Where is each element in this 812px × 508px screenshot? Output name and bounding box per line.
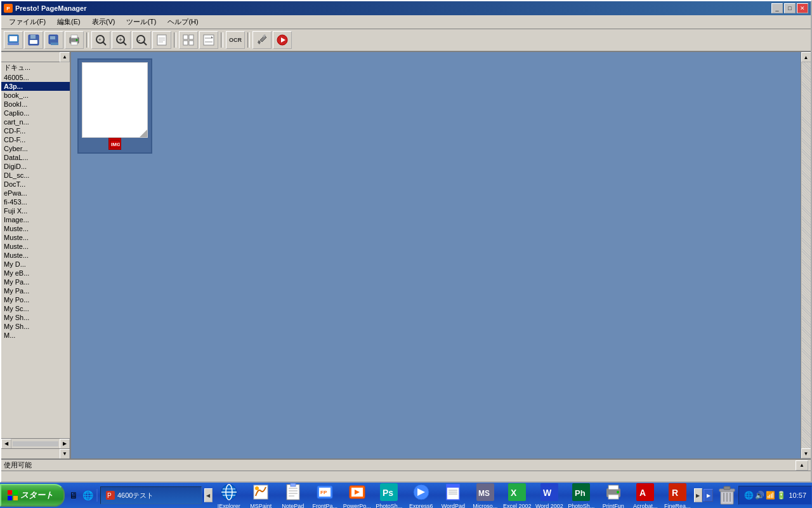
ocr-button[interactable]: OCR — [226, 31, 245, 49]
maximize-button[interactable]: □ — [784, 3, 796, 13]
taskbar-app-excel2002[interactable]: X Excel 2002 — [502, 482, 533, 509]
sidebar-item-cdf2[interactable]: CD-F... — [1, 135, 70, 144]
scan-button[interactable] — [4, 31, 23, 49]
sidebar-item-doct[interactable]: DocT... — [1, 180, 70, 189]
sidebar-item-mypa1[interactable]: My Pa... — [1, 277, 70, 286]
view-page-button[interactable] — [152, 31, 171, 49]
app-label-wordpad: WordPad — [442, 503, 465, 509]
svg-rect-83 — [608, 495, 619, 499]
window-controls: _ □ ✕ — [771, 3, 808, 13]
sidebar-item-muste3[interactable]: Muste... — [1, 242, 70, 251]
svg-rect-5 — [30, 40, 37, 44]
svg-rect-2 — [8, 43, 19, 45]
sidebar-item-46005[interactable]: 46005... — [1, 73, 70, 82]
taskbar-scroll-left[interactable]: ◀ — [204, 488, 213, 502]
sidebar-scroll-up[interactable]: ▲ — [60, 52, 70, 62]
recycle-bin[interactable] — [716, 484, 738, 507]
page-thumbnail[interactable]: IMG — [77, 58, 152, 154]
taskbar-app-microso[interactable]: MS Microso... — [470, 482, 501, 509]
sidebar-item-mypa2[interactable]: My Pa... — [1, 286, 70, 295]
ql-network-icon[interactable]: 🌐 — [81, 489, 94, 502]
sidebar-item-myd[interactable]: My D... — [1, 260, 70, 269]
svg-text:W: W — [543, 488, 552, 498]
sidebar-item-cdf1[interactable]: CD-F... — [1, 126, 70, 135]
sidebar-item-mypo[interactable]: My Po... — [1, 295, 70, 304]
taskbar-pagemanager[interactable]: P 4600テスト — [100, 486, 202, 504]
svg-text:X: X — [511, 488, 517, 498]
status-scroll-button[interactable]: ▲ — [796, 460, 808, 471]
menu-file[interactable]: ファイル(F) — [4, 16, 51, 28]
tools-button[interactable] — [252, 31, 272, 49]
taskbar-app-mspaint[interactable]: MSPaint — [246, 482, 277, 509]
sidebar-item-dlsc[interactable]: DL_sc... — [1, 171, 70, 180]
app-launch-button[interactable] — [273, 31, 292, 49]
taskbar-scroll-right[interactable]: ▶ — [694, 488, 702, 502]
sidebar-item-epwa[interactable]: ePwa... — [1, 189, 70, 197]
scroll-up-button[interactable]: ▲ — [801, 52, 811, 62]
sidebar-scroll-left[interactable]: ◀ — [1, 439, 11, 449]
taskbar-app-iexplorer[interactable]: IExplorer — [214, 482, 245, 509]
grid-view-button[interactable] — [179, 31, 198, 49]
sidebar-item-book[interactable]: book_... — [1, 91, 70, 100]
svg-rect-27 — [189, 35, 193, 39]
taskbar-app-acrobat[interactable]: A Acrobat... — [630, 482, 661, 509]
taskbar-apps-area: P 4600テスト ◀ IExplorer MSPaint NotePad — [98, 482, 716, 509]
sidebar-item-doc[interactable]: ドキュ... — [1, 62, 70, 73]
svg-rect-30 — [204, 35, 214, 45]
menu-tools[interactable]: ツール(T) — [121, 16, 161, 28]
close-button[interactable]: ✕ — [797, 3, 808, 13]
taskbar-app-word2002[interactable]: W Word 2002 — [534, 482, 565, 509]
sidebar-item-caplio[interactable]: Caplio... — [1, 109, 70, 117]
taskbar-app-notepad[interactable]: NotePad — [278, 482, 309, 509]
sidebar-item-mysh2[interactable]: My Sh... — [1, 322, 70, 331]
sidebar-item-muste2[interactable]: Muste... — [1, 233, 70, 242]
sidebar-item-digid[interactable]: DigiD... — [1, 162, 70, 171]
sidebar-item-mysh1[interactable]: My Sh... — [1, 313, 70, 322]
taskbar-app-finerea[interactable]: R FineRea... — [662, 482, 693, 509]
taskbar-app-express6[interactable]: Express6 — [406, 482, 437, 509]
zoom-fit-button[interactable]: + — [91, 31, 110, 49]
save2-button[interactable] — [44, 31, 63, 49]
print-button[interactable] — [65, 31, 84, 49]
svg-text:MS: MS — [478, 489, 490, 498]
sidebar-item-datal[interactable]: DataL... — [1, 153, 70, 162]
zoom-in-button[interactable]: + — [112, 31, 131, 49]
menu-help[interactable]: ヘルプ(H) — [162, 16, 203, 28]
taskbar-app-printfun[interactable]: PrintFun — [598, 482, 629, 509]
sidebar-scroll-down[interactable]: ▼ — [60, 449, 70, 459]
save-button[interactable] — [24, 31, 43, 49]
sidebar-item-cyber[interactable]: Cyber... — [1, 144, 70, 153]
sidebar-item-myeb[interactable]: My eB... — [1, 269, 70, 277]
taskbar-expand-button[interactable]: ▶ — [704, 489, 714, 502]
zoom-out-button[interactable]: - — [132, 31, 151, 49]
sidebar-item-image[interactable]: Image... — [1, 215, 70, 224]
taskbar-app-photosh1[interactable]: Ps PhotoSh... — [374, 482, 405, 509]
sidebar-item-a3p[interactable]: A3p... — [1, 82, 70, 91]
sidebar-item-fujix[interactable]: Fuji X... — [1, 206, 70, 215]
sidebar-item-m[interactable]: M... — [1, 331, 70, 340]
sidebar-scroll-right[interactable]: ▶ — [60, 439, 70, 449]
app-label-photosh2: PhotoSh... — [568, 503, 594, 509]
taskbar-app-photosh2[interactable]: Ph PhotoSh... — [566, 482, 597, 509]
svg-point-84 — [617, 491, 619, 493]
menu-edit[interactable]: 編集(E) — [52, 16, 86, 28]
start-button[interactable]: スタート — [0, 484, 65, 507]
taskbar-app-powerpo[interactable]: PowerPo... — [342, 482, 373, 509]
sidebar-item-fi453[interactable]: fi-453... — [1, 197, 70, 206]
ql-desktop-icon[interactable]: 🖥 — [67, 489, 80, 502]
svg-rect-26 — [183, 35, 188, 39]
system-clock: 10:57 — [789, 491, 806, 499]
scroll-down-button[interactable]: ▼ — [801, 448, 811, 458]
sidebar-item-mysc[interactable]: My Sc... — [1, 304, 70, 313]
minimize-button[interactable]: _ — [771, 3, 783, 13]
taskbar-app-wordpad[interactable]: WordPad — [438, 482, 469, 509]
taskbar-app-frontpa[interactable]: FP FrontPa... — [310, 482, 341, 509]
scroll-track[interactable] — [802, 62, 811, 448]
sidebar-item-cartn[interactable]: cart_n... — [1, 117, 70, 126]
sort-button[interactable] — [199, 31, 218, 49]
sidebar-item-booki[interactable]: BookI... — [1, 100, 70, 109]
menu-view[interactable]: 表示(V) — [87, 16, 121, 28]
app-label-notepad: NotePad — [282, 503, 304, 509]
sidebar-item-muste1[interactable]: Muste... — [1, 224, 70, 233]
sidebar-item-muste4[interactable]: Muste... — [1, 251, 70, 260]
